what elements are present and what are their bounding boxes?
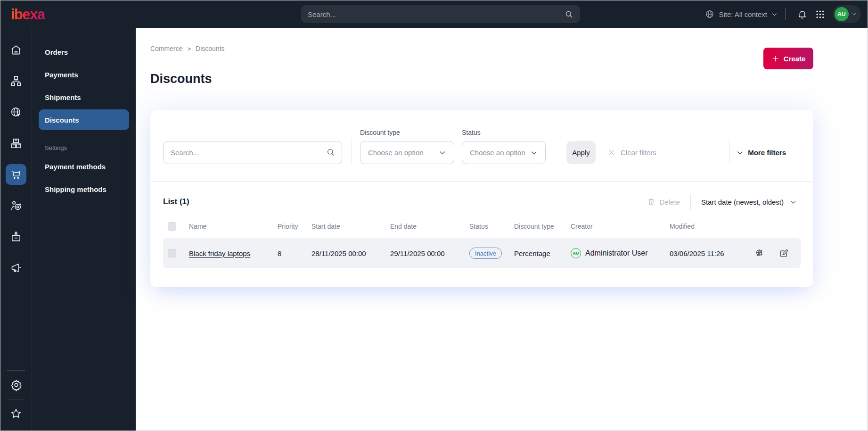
grid-dots-icon	[816, 10, 825, 19]
sidebar-item-site[interactable]	[6, 102, 26, 123]
cell-creator: AU Administrator User	[571, 248, 670, 258]
filter-search[interactable]	[163, 141, 342, 164]
discount-type-select[interactable]: Choose an option	[360, 141, 454, 164]
status-label: Status	[462, 129, 546, 136]
menu-item-payment-methods[interactable]: Payment methods	[39, 156, 129, 177]
menu-item-shipping-methods[interactable]: Shipping methods	[39, 179, 129, 199]
cell-discount-type: Percentage	[514, 249, 571, 257]
cell-modified: 03/06/2025 11:26	[670, 249, 752, 257]
discounts-list: List (1) Delete Start date (newest, olde…	[150, 182, 813, 287]
trash-icon	[647, 198, 655, 206]
sidebar-item-marketing[interactable]	[6, 257, 26, 278]
cart-icon	[10, 168, 22, 181]
row-actions	[752, 249, 801, 258]
search-icon[interactable]	[565, 10, 573, 19]
sort-label: Start date (newest, oldest)	[701, 198, 784, 206]
status-select[interactable]: Choose an option	[462, 141, 546, 164]
column-end-date: End date	[390, 223, 469, 230]
table-row: Black friday laptops 8 28/11/2025 00:00 …	[163, 238, 801, 268]
discount-type-label: Discount type	[360, 129, 454, 136]
discount-type-filter: Discount type Choose an option	[360, 129, 454, 164]
sidebar-item-company[interactable]	[6, 226, 26, 247]
menu-item-discounts[interactable]: Discounts	[39, 109, 129, 130]
discounts-card: Discount type Choose an option Status Ch…	[150, 110, 813, 287]
badge-icon	[10, 231, 22, 243]
menu-item-label: Shipments	[45, 93, 81, 101]
filter-divider	[729, 138, 729, 164]
user-avatar: AU	[835, 7, 849, 21]
topbar-divider	[785, 8, 786, 20]
site-context-button[interactable]: Site: All context	[705, 9, 778, 19]
filter-search-input[interactable]	[163, 141, 342, 164]
sidebar-item-bookmarks[interactable]	[6, 403, 26, 424]
edit-icon[interactable]	[779, 249, 789, 258]
close-icon	[607, 149, 615, 157]
page-title: Discounts	[150, 72, 212, 86]
menu-section-settings: Settings	[39, 144, 129, 151]
sidebar-item-commerce[interactable]	[6, 164, 26, 185]
discount-type-value: Choose an option	[368, 149, 424, 157]
cell-priority: 8	[278, 249, 311, 257]
menu-item-label: Discounts	[45, 116, 79, 124]
commerce-menu-panel: Orders Payments Shipments Discounts Sett…	[32, 28, 136, 431]
menu-item-orders[interactable]: Orders	[39, 41, 129, 62]
bell-icon	[797, 9, 807, 19]
notifications-button[interactable]	[793, 9, 811, 19]
boxes-icon	[10, 137, 22, 149]
chevron-down-icon	[530, 149, 538, 157]
breadcrumb-commerce[interactable]: Commerce	[150, 45, 182, 52]
creator-name: Administrator User	[585, 249, 647, 257]
column-status: Status	[469, 223, 514, 230]
sidebar-item-customers[interactable]	[6, 195, 26, 216]
table-header: Name Priority Start date End date Status…	[163, 222, 801, 231]
delete-button[interactable]: Delete	[647, 198, 680, 206]
search-icon[interactable]	[326, 148, 336, 157]
app-switcher-button[interactable]	[811, 10, 829, 19]
rail-divider	[7, 370, 25, 371]
list-actions: Delete Start date (newest, oldest)	[647, 194, 801, 210]
list-title: List (1)	[163, 197, 189, 207]
select-all-checkbox[interactable]	[168, 222, 176, 231]
sidebar-item-admin[interactable]	[6, 374, 26, 395]
chevron-down-icon	[439, 149, 446, 157]
create-button[interactable]: Create	[763, 48, 813, 69]
sort-dropdown[interactable]: Start date (newest, oldest)	[701, 198, 797, 206]
sidebar-item-dashboard[interactable]	[6, 40, 26, 60]
topbar-right-cluster: Site: All context AU	[705, 0, 861, 28]
chevron-down-icon	[790, 199, 797, 206]
ibexa-logo[interactable]: ibexa	[11, 7, 45, 22]
user-menu-button[interactable]: AU	[833, 5, 861, 23]
discount-name-link[interactable]: Black friday laptops	[189, 249, 250, 257]
menu-item-label: Payment methods	[45, 163, 106, 171]
menu-item-payments[interactable]: Payments	[39, 64, 129, 85]
sidebar-item-products[interactable]	[6, 133, 26, 154]
customer-target-icon	[10, 199, 22, 212]
cell-start-date: 28/11/2025 00:00	[311, 249, 390, 257]
delete-button-label: Delete	[660, 198, 680, 206]
list-actions-divider	[690, 194, 691, 210]
clear-filters-button[interactable]: Clear filters	[607, 141, 656, 164]
global-search-input[interactable]	[308, 10, 565, 18]
status-value: Choose an option	[470, 149, 525, 157]
chevron-down-icon	[851, 11, 857, 17]
global-search[interactable]	[301, 5, 580, 23]
apply-button[interactable]: Apply	[566, 141, 596, 164]
chevron-down-icon	[736, 149, 744, 157]
star-icon	[10, 407, 22, 420]
preview-disabled-icon[interactable]	[755, 249, 765, 258]
more-filters-button[interactable]: More filters	[736, 141, 786, 164]
more-filters-label: More filters	[748, 149, 786, 157]
topbar: ibexa Site: All context	[0, 0, 868, 28]
plus-icon	[771, 55, 779, 63]
chevron-down-icon	[771, 11, 778, 17]
breadcrumb-discounts[interactable]: Discounts	[196, 45, 224, 52]
menu-item-shipments[interactable]: Shipments	[39, 87, 129, 108]
creator-avatar: AU	[571, 248, 581, 258]
cell-end-date: 29/11/2025 00:00	[390, 249, 469, 257]
menu-item-label: Shipping methods	[45, 185, 106, 193]
status-badge: Inactive	[469, 248, 502, 259]
site-context-label: Site: All context	[719, 10, 767, 18]
row-checkbox[interactable]	[168, 249, 176, 257]
column-creator: Creator	[571, 223, 670, 230]
sidebar-item-content[interactable]	[6, 71, 26, 91]
